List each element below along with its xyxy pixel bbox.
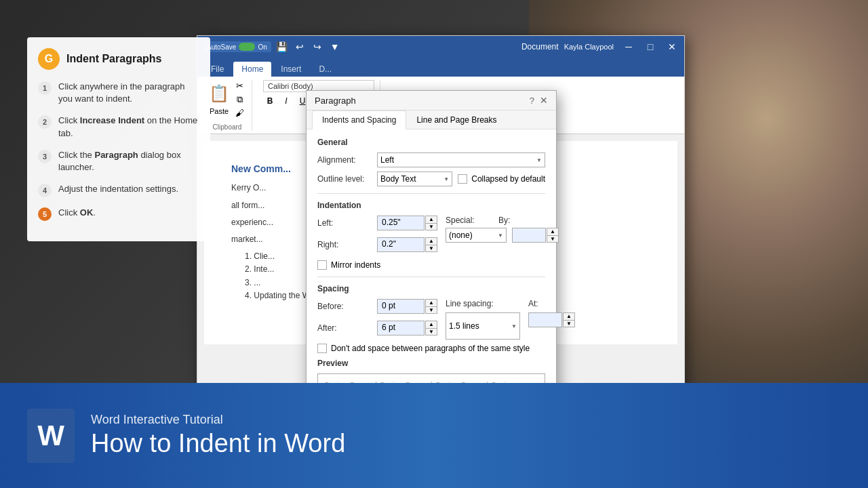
indent-right-up[interactable]: ▲ — [426, 238, 437, 245]
title-bar: AutoSave On 💾 ↩ ↪ ▼ Document Kayla Clayp… — [197, 36, 684, 58]
outline-dropdown-icon: ▼ — [443, 176, 449, 182]
cut-icon[interactable]: ✂ — [233, 80, 246, 92]
tab-indents-spacing[interactable]: Indents and Spacing — [312, 110, 406, 129]
at-up[interactable]: ▲ — [564, 313, 574, 321]
paste-button[interactable]: 📋 Paste — [208, 80, 230, 115]
paste-label: Paste — [210, 107, 229, 115]
indent-left-label: Left: — [317, 218, 372, 228]
special-select[interactable]: (none) ▼ — [446, 228, 507, 243]
collapsed-checkbox[interactable] — [458, 174, 467, 184]
sidebar-header: G Indent Paragraphs — [38, 48, 199, 70]
outline-label: Outline level: — [317, 174, 372, 184]
spacing-section-label: Spacing — [317, 284, 545, 293]
after-down[interactable]: ▼ — [426, 329, 437, 336]
indent-left-input: 0.25" ▲ ▼ — [377, 216, 437, 230]
spacing-before-spinner: ▲ ▼ — [425, 299, 437, 314]
by-field[interactable] — [512, 228, 546, 243]
copy-icon[interactable]: ⧉ — [233, 94, 246, 106]
indent-right-input: 0.2" ▲ ▼ — [377, 237, 437, 252]
dialog-body: General Alignment: Left ▼ Outline level:… — [307, 129, 556, 401]
tab-home[interactable]: Home — [233, 62, 271, 77]
restore-button[interactable]: □ — [644, 40, 657, 54]
customize-icon[interactable]: ▼ — [328, 40, 342, 54]
mirror-indents-checkbox[interactable] — [317, 260, 327, 270]
spacing-after-row: After: 6 pt ▲ ▼ — [317, 321, 437, 336]
step-4-number: 4 — [38, 184, 52, 197]
outline-value: Body Text — [380, 174, 416, 184]
indent-right-label: Right: — [317, 240, 372, 249]
minimize-button[interactable]: ─ — [622, 40, 635, 54]
outline-select[interactable]: Body Text ▼ — [377, 171, 452, 186]
after-up[interactable]: ▲ — [426, 321, 437, 329]
alignment-value: Left — [380, 155, 394, 165]
at-field[interactable] — [528, 312, 562, 327]
by-spinner: ▲ ▼ — [547, 228, 559, 243]
spacing-after-label: After: — [317, 323, 372, 333]
alignment-select[interactable]: Left ▼ — [377, 152, 545, 167]
save-icon[interactable]: 💾 — [275, 40, 289, 54]
alignment-label: Alignment: — [317, 155, 372, 165]
by-up[interactable]: ▲ — [547, 228, 558, 236]
line-spacing-select[interactable]: 1.5 lines ▼ — [446, 312, 520, 340]
redo-icon[interactable]: ↪ — [311, 40, 324, 54]
dont-add-row: Don't add space between paragraphs of th… — [317, 344, 545, 353]
undo-icon[interactable]: ↩ — [293, 40, 307, 54]
line-spacing-label: Line spacing: — [446, 299, 520, 308]
special-dropdown-icon: ▼ — [498, 232, 503, 239]
mirror-indents-label: Mirror indents — [331, 260, 380, 270]
step-5: 5 Click OK. — [38, 207, 199, 221]
line-spacing-col: Line spacing: 1.5 lines ▼ — [446, 299, 520, 340]
sidebar-panel: G Indent Paragraphs 1 Click anywhere in … — [27, 37, 210, 241]
indent-right-down[interactable]: ▼ — [426, 245, 437, 252]
indent-right-row: Right: 0.2" ▲ ▼ — [317, 237, 437, 252]
tab-line-page-breaks[interactable]: Line and Page Breaks — [406, 110, 507, 129]
dialog-title: Paragraph — [315, 96, 356, 106]
autosave-toggle[interactable] — [239, 43, 255, 51]
step-3: 3 Click the Paragraph dialog box launche… — [38, 149, 199, 174]
indent-left-up[interactable]: ▲ — [426, 216, 437, 224]
indent-right-field[interactable]: 0.2" — [377, 237, 425, 252]
line-spacing-dropdown-icon: ▼ — [511, 323, 517, 329]
step-1-number: 1 — [38, 81, 52, 95]
spacing-before-label: Before: — [317, 302, 372, 311]
tab-insert[interactable]: Insert — [273, 62, 309, 77]
before-down[interactable]: ▼ — [426, 307, 437, 314]
at-col: At: ▲ ▼ — [528, 299, 575, 340]
paragraph-dialog: Paragraph ? ✕ Indents and Spacing Line a… — [306, 90, 557, 401]
user-name: Kayla Claypool — [564, 43, 614, 51]
format-painter-icon[interactable]: 🖌 — [233, 107, 246, 119]
title-bar-right: Kayla Claypool ─ □ ✕ — [564, 40, 679, 54]
by-down[interactable]: ▼ — [547, 236, 558, 243]
dialog-help-button[interactable]: ? — [530, 96, 534, 106]
indent-left-spinner: ▲ ▼ — [425, 216, 437, 230]
at-down[interactable]: ▼ — [564, 321, 574, 327]
dont-add-checkbox[interactable] — [317, 344, 327, 353]
bold-button[interactable]: B — [263, 94, 277, 108]
step-1: 1 Click anywhere in the paragraph you wa… — [38, 81, 199, 105]
word-window: AutoSave On 💾 ↩ ↪ ▼ Document Kayla Clayp… — [197, 35, 685, 401]
dialog-close-button[interactable]: ✕ — [540, 95, 548, 106]
preview-label: Preview — [317, 359, 545, 368]
alignment-row: Alignment: Left ▼ — [317, 152, 545, 167]
indent-left-field[interactable]: 0.25" — [377, 216, 425, 230]
special-value-row: (none) ▼ ▲ ▼ — [446, 228, 559, 243]
indent-right-spinner: ▲ ▼ — [425, 237, 437, 252]
spacing-after-field[interactable]: 6 pt — [377, 321, 425, 336]
word-logo: W — [27, 409, 75, 463]
main-container: G Indent Paragraphs 1 Click anywhere in … — [0, 0, 868, 488]
spacing-after-spinner: ▲ ▼ — [425, 321, 437, 336]
spacing-before-field[interactable]: 0 pt — [377, 299, 425, 314]
close-button[interactable]: ✕ — [665, 40, 679, 54]
indent-left-down[interactable]: ▼ — [426, 224, 437, 230]
italic-button[interactable]: I — [279, 94, 293, 108]
spacing-before-after-col: Before: 0 pt ▲ ▼ After: — [317, 299, 437, 340]
dialog-title-bar: Paragraph ? ✕ — [307, 91, 556, 110]
step-1-text: Click anywhere in the paragraph you want… — [58, 81, 199, 105]
before-up[interactable]: ▲ — [426, 300, 437, 307]
bottom-subtitle: Word Interactive Tutorial — [91, 413, 345, 427]
tab-design[interactable]: D... — [311, 62, 340, 77]
step-2-number: 2 — [38, 115, 52, 129]
spacing-before-row: Before: 0 pt ▲ ▼ — [317, 299, 437, 314]
collapsed-checkbox-row: Collapsed by default — [458, 174, 545, 184]
step-4-text: Adjust the indentation settings. — [58, 183, 178, 195]
